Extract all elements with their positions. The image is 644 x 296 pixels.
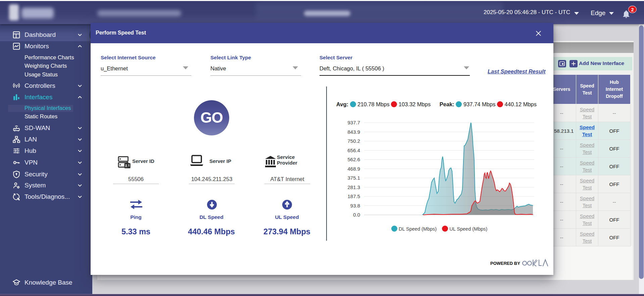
svg-text:562.6: 562.6 xyxy=(347,157,360,162)
svg-text:187.5: 187.5 xyxy=(347,193,360,199)
svg-text:468.9: 468.9 xyxy=(347,166,360,172)
svg-text:375.1: 375.1 xyxy=(347,175,360,181)
svg-text:0.0: 0.0 xyxy=(353,212,360,218)
svg-text:843.9: 843.9 xyxy=(347,129,360,135)
svg-text:93.8: 93.8 xyxy=(350,203,360,209)
svg-text:750.2: 750.2 xyxy=(347,138,360,144)
svg-text:281.3: 281.3 xyxy=(347,184,360,190)
svg-text:656.4: 656.4 xyxy=(347,147,360,153)
svg-text:937.7: 937.7 xyxy=(347,120,360,125)
